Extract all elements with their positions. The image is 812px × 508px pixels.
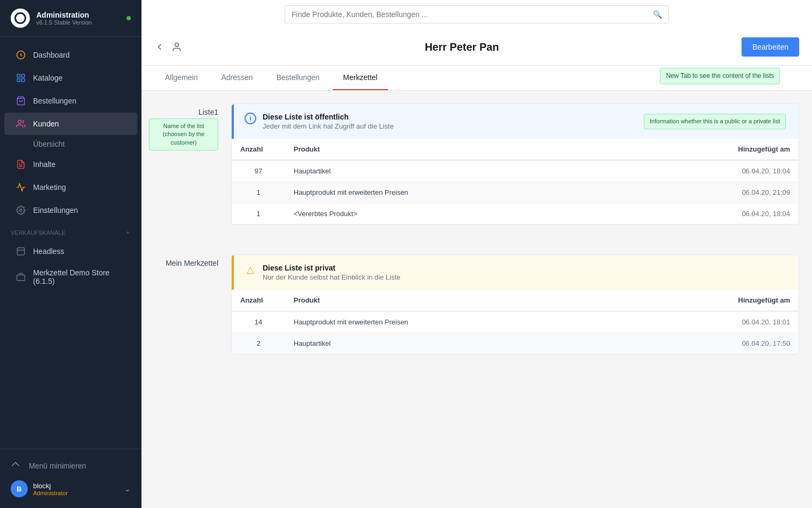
- sidebar-item-label: Einstellungen: [33, 206, 78, 215]
- content-area: Allgemein Adressen Bestellungen Merkzett…: [141, 66, 812, 508]
- sidebar-item-kunden[interactable]: Kunden: [4, 113, 137, 135]
- col-header-anzahl2: Anzahl: [232, 290, 285, 311]
- wishlist-card-mein-merkzettel: △ Diese Liste ist privat Nur der Kunde s…: [231, 255, 799, 354]
- sidebar-item-einstellungen[interactable]: Einstellungen: [4, 199, 137, 221]
- page-header-left: [154, 42, 182, 52]
- user-info[interactable]: B blockj Administrator ⌄: [11, 476, 131, 502]
- sidebar-item-merkzettel-demo[interactable]: Merkzettel Demo Store (6.1.5): [4, 263, 137, 291]
- content-icon: [15, 158, 27, 170]
- svg-rect-11: [17, 275, 25, 281]
- svg-point-9: [20, 209, 22, 212]
- add-channel-button[interactable]: ＋: [125, 228, 131, 236]
- dashboard-icon: [15, 49, 27, 61]
- svg-point-12: [175, 43, 179, 47]
- table-row: 97 Hauptartikel 06.04.20, 18:04: [232, 160, 799, 182]
- new-tab-tooltip: New Tab to see the content of the lists: [660, 68, 780, 84]
- wishlist-status-title: Diese Liste ist öffentlich: [263, 113, 393, 121]
- wishlist-info-text: Diese Liste ist öffentlich Jeder mit dem…: [263, 113, 393, 130]
- user-icon: [171, 42, 182, 52]
- sidebar-item-bestellungen[interactable]: Bestellungen: [4, 90, 137, 112]
- back-button[interactable]: [154, 42, 165, 52]
- sidebar-footer: Menü minimieren B blockj Administrator ⌄: [0, 449, 141, 508]
- app-title: Administration: [36, 11, 92, 19]
- svg-rect-4: [22, 79, 25, 82]
- wishlist-table-liste1: Anzahl Produkt Hinzugefügt am 97 Hauptar…: [232, 139, 799, 224]
- sidebar: Administration v6.1.5 Stable Version Das…: [0, 0, 141, 508]
- store-icon: [15, 271, 27, 283]
- minimize-icon: [11, 460, 22, 472]
- sidebar-item-label: Merkzettel Demo Store (6.1.5): [33, 268, 127, 285]
- wishlist-card-liste1: i Diese Liste ist öffentlich Jeder mit d…: [231, 104, 799, 225]
- col-header-added2: Hinzugefügt am: [622, 290, 799, 311]
- tab-merkzettel[interactable]: Merkzettel: [333, 66, 389, 90]
- tab-adressen[interactable]: Adressen: [210, 66, 263, 90]
- sidebar-sub-label: Übersicht: [33, 140, 65, 148]
- headless-icon: [15, 245, 27, 257]
- edit-button[interactable]: Bearbeiten: [742, 37, 799, 57]
- list-content-liste1: i Diese Liste ist öffentlich Jeder mit d…: [231, 104, 799, 237]
- table-row: 14 Hauptprodukt mit erweiterten Preisen …: [232, 311, 799, 333]
- sidebar-nav: Dashboard Kataloge Bestellungen Kunden Ü…: [0, 37, 141, 449]
- user-name: blockj: [33, 482, 68, 490]
- sidebar-item-ubersicht[interactable]: Übersicht: [4, 136, 137, 153]
- sidebar-item-label: Dashboard: [33, 51, 70, 59]
- table-row: 1 Hauptprodukt mit erweiterten Preisen 0…: [232, 182, 799, 203]
- wishlist-table-mein-merkzettel: Anzahl Produkt Hinzugefügt am 14 Hauptpr…: [232, 290, 799, 354]
- col-header-anzahl: Anzahl: [232, 139, 285, 160]
- wishlist-info-text-private: Diese Liste ist privat Nur der Kunde sel…: [263, 264, 400, 281]
- wishlist-status-title-private: Diese Liste ist privat: [263, 264, 400, 272]
- wishlist-section-liste1: Liste1 Name of the list (choosen by the …: [154, 104, 799, 237]
- marketing-icon: [15, 181, 27, 193]
- sidebar-item-label: Inhalte: [33, 160, 56, 169]
- minimize-label: Menü minimieren: [29, 462, 86, 470]
- svg-point-6: [18, 120, 21, 123]
- wishlist-private-info: △ Diese Liste ist privat Nur der Kunde s…: [232, 255, 799, 290]
- page-title: Herr Peter Pan: [182, 41, 742, 53]
- sidebar-item-label: Bestellungen: [33, 97, 76, 105]
- sidebar-item-inhalte[interactable]: Inhalte: [4, 153, 137, 176]
- svg-rect-1: [17, 74, 20, 77]
- sidebar-item-marketing[interactable]: Marketing: [4, 176, 137, 199]
- list-content-mein-merkzettel: △ Diese Liste ist privat Nur der Kunde s…: [231, 255, 799, 367]
- list-label-mein-merkzettel: Mein Merkzettel: [154, 255, 218, 367]
- svg-rect-3: [17, 79, 20, 82]
- wishlist-status-desc-private: Nur der Kunde selbst hat Einblick in die…: [263, 273, 400, 281]
- catalog-icon: [15, 72, 27, 84]
- sidebar-item-headless[interactable]: Headless: [4, 240, 137, 263]
- svg-rect-2: [22, 74, 25, 77]
- sidebar-header: Administration v6.1.5 Stable Version: [0, 0, 141, 37]
- table-row: 1 <Vererbtes Produkt> 06.04.20, 18:04: [232, 203, 799, 225]
- wishlist-section-mein-merkzettel: Mein Merkzettel △ Diese Liste ist privat…: [154, 255, 799, 367]
- tab-allgemein[interactable]: Allgemein: [154, 66, 208, 90]
- customers-icon: [15, 118, 27, 130]
- table-row: 2 Hauptartikel 06.04.20, 17:50: [232, 333, 799, 354]
- sidebar-item-dashboard[interactable]: Dashboard: [4, 44, 137, 66]
- main-area: 🔍 Herr Peter Pan Bearbeiten Allgemein Ad…: [141, 0, 812, 508]
- sidebar-item-label: Kataloge: [33, 74, 62, 82]
- user-chevron-icon: ⌄: [124, 485, 131, 493]
- tabs-container: Allgemein Adressen Bestellungen Merkzett…: [141, 66, 812, 91]
- app-logo: [11, 9, 30, 28]
- topbar: 🔍: [141, 0, 812, 29]
- page-header: Herr Peter Pan Bearbeiten: [141, 29, 812, 66]
- sidebar-item-label: Kunden: [33, 120, 59, 128]
- tab-bestellungen[interactable]: Bestellungen: [266, 66, 330, 90]
- warning-icon: △: [245, 264, 256, 275]
- col-header-produkt2: Produkt: [285, 290, 622, 311]
- sidebar-item-label: Headless: [33, 247, 64, 256]
- app-version: v6.1.5 Stable Version: [36, 19, 92, 26]
- sidebar-item-kataloge[interactable]: Kataloge: [4, 67, 137, 89]
- list-label-liste1: Liste1 Name of the list (choosen by the …: [154, 104, 218, 237]
- avatar: B: [11, 480, 28, 497]
- wishlist-public-info: i Diese Liste ist öffentlich Jeder mit d…: [232, 104, 799, 139]
- online-indicator: [127, 16, 131, 20]
- minimize-menu-button[interactable]: Menü minimieren: [11, 456, 131, 476]
- wishlist-status-desc: Jeder mit dem Link hat Zugriff auf die L…: [263, 122, 393, 130]
- svg-rect-10: [17, 248, 25, 255]
- settings-icon: [15, 204, 27, 216]
- info-icon: i: [245, 113, 256, 124]
- search-input[interactable]: [291, 10, 649, 19]
- list-name-tooltip: Name of the list (choosen by the custome…: [149, 118, 218, 150]
- col-header-produkt: Produkt: [285, 139, 622, 160]
- orders-icon: [15, 95, 27, 107]
